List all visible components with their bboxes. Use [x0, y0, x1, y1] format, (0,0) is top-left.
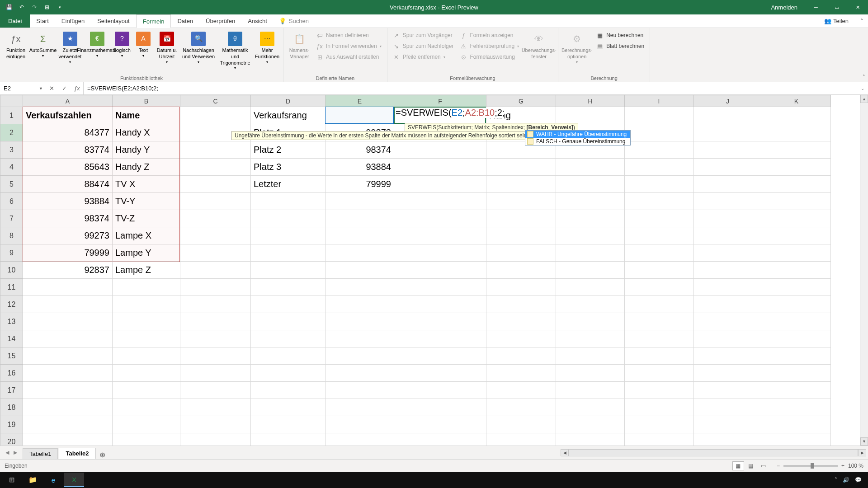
col-header-B[interactable]: B: [113, 95, 180, 107]
cell-J7[interactable]: [693, 210, 762, 227]
cell-K2[interactable]: [762, 124, 831, 141]
cell-B13[interactable]: [113, 313, 180, 330]
cell-C10[interactable]: [180, 262, 251, 279]
excel-taskbar-icon[interactable]: X: [64, 473, 84, 487]
undo-icon[interactable]: ↶: [17, 3, 26, 12]
cell-J12[interactable]: [693, 296, 762, 313]
tab-review[interactable]: Überprüfen: [199, 14, 241, 28]
cell-A3[interactable]: 83774: [23, 141, 113, 159]
cell-I1[interactable]: [625, 107, 693, 124]
cell-I4[interactable]: [625, 159, 693, 176]
cell-K18[interactable]: [762, 399, 831, 416]
row-header-13[interactable]: 13: [0, 313, 23, 330]
cell-G18[interactable]: [486, 399, 556, 416]
cell-I20[interactable]: [625, 433, 693, 446]
select-all-corner[interactable]: [0, 95, 23, 107]
scroll-up-button[interactable]: ▲: [860, 95, 868, 103]
cell-K19[interactable]: [762, 416, 831, 433]
calc-sheet-button[interactable]: ▤Blatt berechnen: [594, 41, 647, 52]
row-header-6[interactable]: 6: [0, 193, 23, 210]
close-button[interactable]: ✕: [847, 0, 868, 14]
maximize-button[interactable]: ▭: [826, 0, 847, 14]
logical-button[interactable]: ?Logisch▾: [111, 30, 133, 60]
cell-A5[interactable]: 88474: [23, 176, 113, 193]
cell-D19[interactable]: [251, 416, 326, 433]
sheet-tab-1[interactable]: Tabelle1: [23, 448, 58, 459]
cell-K3[interactable]: [762, 141, 831, 159]
cell-H9[interactable]: [556, 244, 625, 262]
cell-F9[interactable]: [394, 244, 486, 262]
cell-F20[interactable]: [394, 433, 486, 446]
cell-A4[interactable]: 85643: [23, 159, 113, 176]
cell-J8[interactable]: [693, 227, 762, 244]
col-header-I[interactable]: I: [625, 95, 693, 107]
cell-A10[interactable]: 92837: [23, 262, 113, 279]
cell-C16[interactable]: [180, 365, 251, 382]
cell-A13[interactable]: [23, 313, 113, 330]
cell-K8[interactable]: [762, 227, 831, 244]
financial-button[interactable]: €Finanzmathematik▾: [84, 30, 110, 60]
cell-C13[interactable]: [180, 313, 251, 330]
col-header-D[interactable]: D: [251, 95, 326, 107]
view-pagelayout-button[interactable]: ▤: [745, 461, 757, 470]
cell-F8[interactable]: [394, 227, 486, 244]
sheet-nav-next-icon[interactable]: ▶: [14, 450, 17, 455]
row-header-14[interactable]: 14: [0, 330, 23, 347]
share-button[interactable]: 👥 Teilen: [817, 14, 856, 28]
cell-D1[interactable]: Verkaufsrang: [251, 107, 326, 124]
cell-C6[interactable]: [180, 193, 251, 210]
cell-D14[interactable]: [251, 330, 326, 347]
cell-J5[interactable]: [693, 176, 762, 193]
cell-F19[interactable]: [394, 416, 486, 433]
cell-J10[interactable]: [693, 262, 762, 279]
row-header-9[interactable]: 9: [0, 244, 23, 262]
cell-I14[interactable]: [625, 330, 693, 347]
cell-B2[interactable]: Handy X: [113, 124, 180, 141]
cell-E16[interactable]: [326, 365, 394, 382]
cell-F15[interactable]: [394, 347, 486, 365]
cell-C8[interactable]: [180, 227, 251, 244]
vertical-scrollbar[interactable]: ▲ ▼: [860, 95, 868, 446]
file-explorer-icon[interactable]: 📁: [23, 473, 42, 487]
qat-customize-icon[interactable]: ▾: [55, 3, 64, 12]
cell-B14[interactable]: [113, 330, 180, 347]
cell-I13[interactable]: [625, 313, 693, 330]
autocomplete-item-falsch[interactable]: FALSCH - Genaue Übereinstimmung: [525, 138, 630, 145]
hscroll-left-button[interactable]: ◀: [561, 449, 569, 456]
cell-B12[interactable]: [113, 296, 180, 313]
cell-A12[interactable]: [23, 296, 113, 313]
cell-B5[interactable]: TV X: [113, 176, 180, 193]
cell-D15[interactable]: [251, 347, 326, 365]
cell-D20[interactable]: [251, 433, 326, 446]
cell-B1[interactable]: Name: [113, 107, 180, 124]
edge-icon[interactable]: e: [43, 473, 63, 487]
tab-start[interactable]: Start: [30, 14, 55, 28]
cell-A17[interactable]: [23, 382, 113, 399]
cell-B16[interactable]: [113, 365, 180, 382]
row-header-5[interactable]: 5: [0, 176, 23, 193]
cell-E3[interactable]: 98374: [326, 141, 394, 159]
cell-J9[interactable]: [693, 244, 762, 262]
sheet-tab-2[interactable]: Tabelle2: [59, 448, 95, 459]
cell-C12[interactable]: [180, 296, 251, 313]
row-header-20[interactable]: 20: [0, 433, 23, 446]
cell-E20[interactable]: [326, 433, 394, 446]
cell-A7[interactable]: 98374: [23, 210, 113, 227]
cell-J16[interactable]: [693, 365, 762, 382]
cell-E19[interactable]: [326, 416, 394, 433]
cell-B7[interactable]: TV-Z: [113, 210, 180, 227]
zoom-in-button[interactable]: +: [841, 463, 844, 469]
cell-F4[interactable]: [394, 159, 486, 176]
row-header-4[interactable]: 4: [0, 159, 23, 176]
cell-G13[interactable]: [486, 313, 556, 330]
cell-H6[interactable]: [556, 193, 625, 210]
name-box[interactable]: ▼: [0, 82, 45, 94]
cell-K12[interactable]: [762, 296, 831, 313]
cell-I18[interactable]: [625, 399, 693, 416]
hscroll-right-button[interactable]: ▶: [858, 449, 866, 456]
cell-B3[interactable]: Handy Y: [113, 141, 180, 159]
cell-E8[interactable]: [326, 227, 394, 244]
cell-F12[interactable]: [394, 296, 486, 313]
ribbon-expand-toggle[interactable]: ˄: [863, 74, 865, 80]
cell-J19[interactable]: [693, 416, 762, 433]
